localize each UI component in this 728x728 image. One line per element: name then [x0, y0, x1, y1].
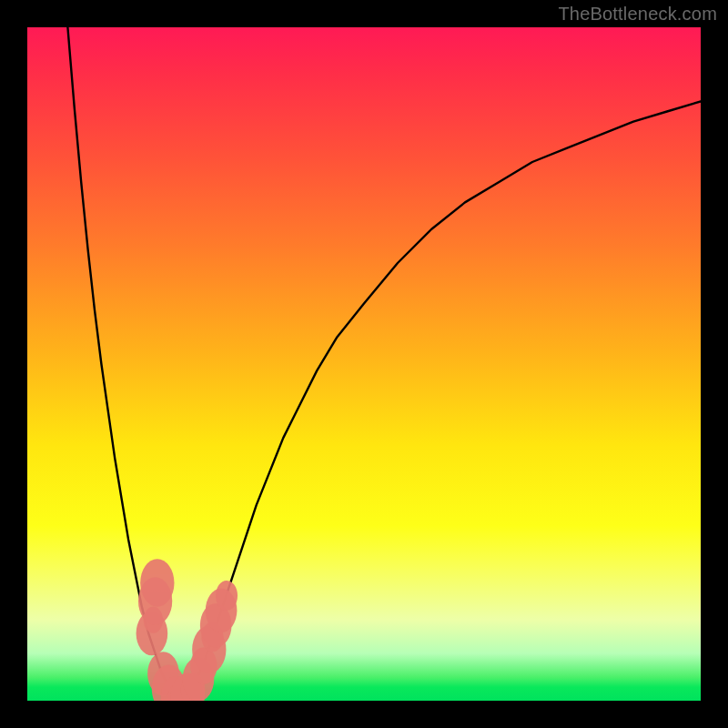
watermark-text: TheBottleneck.com [558, 4, 717, 25]
gradient-background [27, 27, 701, 701]
chart-frame: TheBottleneck.com [0, 0, 728, 728]
plot-area [27, 27, 701, 701]
